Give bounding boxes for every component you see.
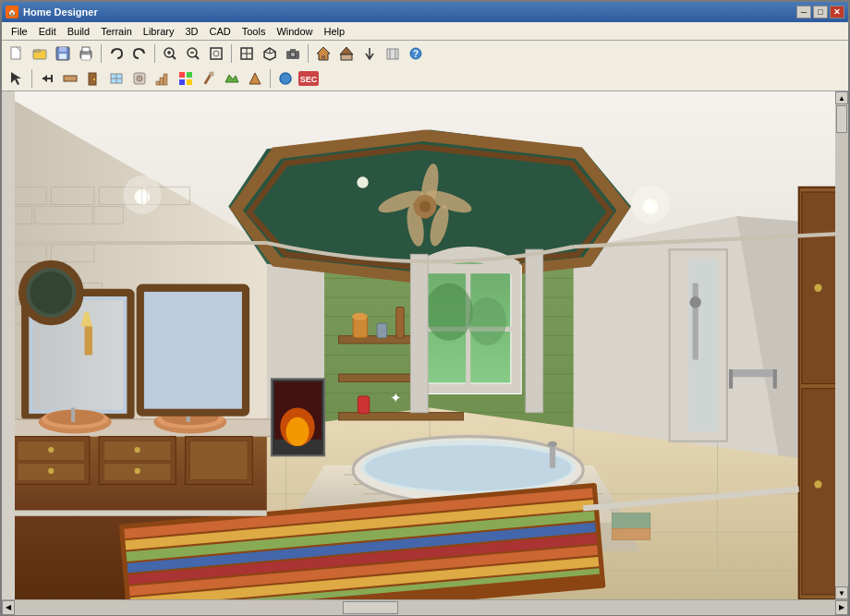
plan-button[interactable] (236, 43, 258, 64)
wall-button[interactable] (59, 68, 81, 89)
print-button[interactable] (75, 43, 97, 64)
svg-marker-9 (112, 50, 115, 54)
stair-button[interactable] (152, 68, 174, 89)
svg-point-162 (352, 313, 368, 320)
svg-rect-177 (526, 249, 543, 412)
color-button[interactable] (175, 68, 197, 89)
canvas-container[interactable]: ✦ (15, 91, 835, 599)
arrow-button[interactable] (358, 43, 381, 64)
minimize-button[interactable]: ─ (796, 6, 811, 18)
sep6 (270, 69, 271, 88)
zoom-fit-button[interactable] (205, 43, 227, 64)
svg-rect-51 (156, 81, 160, 85)
title-bar-left: 🏠 Home Designer (6, 6, 98, 18)
menu-window[interactable]: Window (271, 24, 318, 39)
menu-edit[interactable]: Edit (33, 24, 62, 39)
scroll-right-arrow[interactable]: ▶ (835, 600, 848, 615)
svg-point-109 (357, 176, 368, 187)
svg-point-45 (93, 79, 95, 80)
window-title: Home Designer (23, 6, 98, 18)
left-margin (2, 91, 15, 599)
scroll-up-arrow[interactable]: ▲ (835, 91, 848, 104)
menu-tools[interactable]: Tools (237, 24, 272, 39)
svg-rect-43 (64, 76, 77, 81)
window-controls: ─ □ ✕ (796, 6, 844, 18)
library-button[interactable] (382, 43, 404, 64)
new-button[interactable] (6, 43, 28, 64)
svg-rect-8 (81, 54, 91, 60)
scroll-left-arrow[interactable]: ◀ (2, 600, 15, 615)
undo-button[interactable] (105, 43, 128, 64)
save-button[interactable] (52, 43, 74, 64)
sep4 (308, 44, 309, 63)
menu-build[interactable]: Build (62, 24, 95, 39)
svg-rect-160 (339, 413, 464, 420)
sec-button[interactable]: SEC (298, 68, 320, 89)
maximize-button[interactable]: □ (813, 6, 828, 18)
main-window: 🏠 Home Designer ─ □ ✕ File Edit Build Te… (0, 0, 850, 616)
menu-terrain[interactable]: Terrain (95, 24, 138, 39)
menu-library[interactable]: Library (138, 24, 180, 39)
svg-rect-29 (290, 49, 296, 52)
scroll-thumb-vertical[interactable] (836, 105, 847, 133)
svg-rect-163 (377, 323, 386, 338)
svg-rect-194 (693, 284, 698, 360)
svg-point-221 (631, 186, 670, 224)
scroll-down-arrow[interactable]: ▼ (835, 586, 848, 599)
shape-button[interactable] (274, 68, 297, 89)
svg-rect-31 (322, 55, 325, 60)
roof-button[interactable] (335, 43, 358, 64)
svg-point-189 (548, 441, 557, 447)
svg-point-203 (814, 480, 821, 488)
3d-button[interactable] (259, 43, 281, 64)
scroll-track-horizontal[interactable] (15, 600, 835, 615)
scroll-track-vertical[interactable] (835, 104, 848, 586)
door-button[interactable] (82, 68, 104, 89)
svg-rect-190 (612, 513, 650, 528)
back-arrow-button[interactable] (36, 68, 58, 89)
menu-file[interactable]: File (6, 24, 33, 39)
svg-point-157 (286, 417, 310, 446)
app-icon: 🏠 (6, 6, 18, 18)
paint-button[interactable] (198, 68, 220, 89)
menu-3d[interactable]: 3D (179, 24, 203, 39)
terrain-button[interactable] (221, 68, 243, 89)
room-scene: ✦ (15, 91, 835, 599)
svg-rect-55 (187, 72, 192, 78)
sep2 (154, 44, 155, 63)
zoom-out-button[interactable] (182, 43, 204, 64)
zoom-in-button[interactable] (159, 43, 181, 64)
svg-point-187 (365, 445, 572, 491)
svg-rect-201 (802, 389, 835, 595)
svg-rect-176 (410, 254, 428, 412)
menu-help[interactable]: Help (319, 24, 351, 39)
open-button[interactable] (29, 43, 51, 64)
svg-rect-169 (358, 396, 369, 414)
svg-point-175 (468, 297, 507, 345)
scroll-thumb-horizontal[interactable] (343, 601, 398, 614)
house-button[interactable] (312, 43, 334, 64)
redo-button[interactable] (128, 43, 151, 64)
camera-button[interactable] (282, 43, 304, 64)
close-button[interactable]: ✕ (830, 6, 844, 18)
bottom-bar: ◀ ▶ (2, 599, 848, 614)
svg-point-19 (213, 51, 219, 56)
help-button[interactable]: ? (405, 43, 427, 64)
select-arrow-button[interactable] (6, 68, 28, 89)
svg-point-131 (48, 447, 54, 453)
menu-cad[interactable]: CAD (203, 24, 236, 39)
svg-rect-53 (164, 74, 167, 85)
sep1 (101, 44, 102, 63)
main-area: ✦ (2, 91, 848, 599)
up-arrow-button[interactable] (244, 68, 266, 89)
fixture-button[interactable] (128, 68, 151, 89)
svg-line-26 (270, 52, 275, 54)
svg-marker-32 (340, 47, 353, 54)
svg-text:✦: ✦ (390, 391, 402, 405)
svg-rect-57 (187, 79, 192, 85)
svg-line-25 (264, 52, 270, 54)
svg-rect-54 (179, 72, 185, 78)
window-button[interactable] (105, 68, 128, 89)
toolbar-row-2: SEC (2, 66, 848, 91)
svg-text:SEC: SEC (300, 75, 318, 84)
